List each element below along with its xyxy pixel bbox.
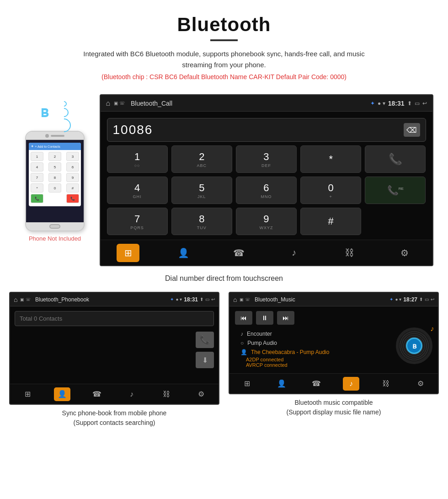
music-nav-music-button[interactable]: ♪ (343, 377, 359, 391)
track-item-3: 👤 The Cheebacabra - Pump Audio (240, 348, 391, 357)
track-item-1: ♪ Encounter (240, 329, 391, 338)
pb-bottom-nav: ⊞ 👤 ☎ ♪ ⛓ ⚙ (10, 384, 219, 404)
bt-center-icon: ʙ (406, 338, 422, 354)
dial-input-row: 10086 ⌫ (107, 118, 426, 142)
main-content: ʙ + Add to Contacts (0, 94, 448, 428)
music-bt-icon: ✦ (389, 297, 393, 302)
key-5-sub: JKL (197, 194, 206, 199)
pb-nav-link-button[interactable]: ⛓ (158, 387, 175, 401)
key-2-num: 2 (199, 151, 204, 163)
status-signal: ● ▾ (378, 100, 385, 107)
key-9[interactable]: 9 WXYZ (236, 208, 297, 235)
phone-key-1[interactable]: 1 (31, 152, 43, 161)
pb-status-title: Bluetooth_Phonebook (35, 296, 167, 303)
dial-number-display: 10086 (113, 123, 404, 137)
page-description: Integrated with BC6 Bluetooth module, su… (69, 48, 379, 70)
pb-call-button[interactable]: 📞 (196, 332, 214, 348)
pb-nav-settings-button[interactable]: ⚙ (193, 387, 209, 401)
phone-key-star[interactable]: * (31, 183, 43, 193)
music-nav-dialpad-button[interactable]: ⊞ (239, 377, 255, 391)
track-note-icon-1: ♪ (240, 331, 243, 337)
phonebook-caption: Sync phone-book from mobile phone (Suppo… (62, 408, 167, 428)
redial-button[interactable]: 📞RE (365, 177, 426, 204)
key-0[interactable]: 0 + (300, 177, 361, 204)
key-star[interactable]: * (300, 145, 361, 173)
pb-nav-contacts-button[interactable]: 👤 (54, 387, 70, 401)
phone-key-9[interactable]: 9 (66, 173, 79, 182)
key-hash[interactable]: # (300, 208, 361, 235)
nav-settings-button[interactable]: ⚙ (393, 244, 416, 262)
status-home-icon: ⌂ (106, 99, 111, 107)
pb-nav-dialpad-button[interactable]: ⊞ (19, 387, 36, 401)
phone-key-3[interactable]: 3 (66, 152, 79, 161)
phone-camera-icon (45, 134, 49, 138)
key-3[interactable]: 3 DEF (236, 145, 297, 173)
phone-key-5[interactable]: 5 (48, 162, 61, 172)
key-5[interactable]: 5 JKL (171, 177, 232, 204)
key-4[interactable]: 4 GHI (107, 177, 168, 204)
music-window-icon: ▭ (425, 297, 429, 302)
pb-bt-icon: ✦ (170, 297, 174, 302)
call-button[interactable]: 📞 (365, 145, 426, 173)
phone-key-0[interactable]: 0 (48, 183, 61, 193)
keypad-grid: 1 ○○ 2 ABC 3 DEF * 📞 (101, 145, 432, 240)
music-nav-settings-button[interactable]: ⚙ (412, 377, 429, 391)
status-window-icon: ▭ (415, 100, 420, 107)
phone-key-hash[interactable]: # (66, 183, 79, 193)
phone-key-6[interactable]: 6 (66, 162, 79, 172)
phone-device: + Add to Contacts 1 2 3 4 5 6 (25, 131, 85, 231)
track-name-1: Encounter (247, 331, 272, 337)
key-9-num: 9 (263, 213, 269, 225)
track-item-2: ○ Pump Audio (240, 338, 391, 348)
key-6[interactable]: 6 MNO (236, 177, 297, 204)
next-track-button[interactable]: ⏭ (277, 311, 294, 325)
phonebook-list (15, 332, 192, 381)
music-nav-call-button[interactable]: ☎ (308, 377, 325, 391)
status-app-icons: ▣ ☏ (114, 101, 125, 106)
phone-key-8[interactable]: 8 (48, 173, 61, 182)
key-2[interactable]: 2 ABC (171, 145, 232, 173)
phone-keypad: 1 2 3 4 5 6 7 8 (29, 150, 81, 206)
nav-contacts-button[interactable]: 👤 (172, 244, 195, 262)
key-1[interactable]: 1 ○○ (107, 145, 168, 173)
music-nav-link-button[interactable]: ⛓ (378, 377, 394, 391)
music-status-home-icon: ⌂ (233, 296, 237, 303)
music-screen: ⌂ ▣ ☏ Bluetooth_Music ✦ ● ▾ 18:27 ⬆ ▭ ↩ … (229, 292, 439, 394)
key-4-sub: GHI (133, 194, 142, 199)
nav-music-button[interactable]: ♪ (283, 244, 305, 262)
redial-icon: 📞RE (387, 185, 404, 196)
pb-download-button[interactable]: ⬇ (196, 352, 214, 368)
main-screen-caption: Dial number direct from touchscreen (165, 274, 283, 283)
nav-call-log-button[interactable]: ☎ (227, 244, 250, 262)
phone-end-button[interactable]: 📞 (66, 194, 79, 203)
key-1-num: 1 (134, 151, 140, 163)
pb-arrows-icon: ⬆ (200, 297, 203, 302)
phone-key-4[interactable]: 4 (31, 162, 43, 172)
nav-link-button[interactable]: ⛓ (338, 244, 361, 262)
music-nav-contacts-button[interactable]: 👤 (273, 377, 290, 391)
phonebook-search-label: Total 0 Contacts (20, 315, 62, 322)
phonebook-block: ⌂ ▣ ☏ Bluetooth_Phonebook ✦ ● ▾ 18:31 ⬆ … (9, 292, 219, 428)
phone-home-button[interactable] (49, 224, 60, 229)
phone-call-button[interactable]: 📞 (31, 194, 43, 203)
key-7[interactable]: 7 PQRS (107, 208, 168, 235)
play-pause-button[interactable]: ⏸ (256, 311, 273, 325)
key-8-sub: TUV (197, 225, 207, 230)
prev-track-button[interactable]: ⏮ (235, 311, 252, 325)
backspace-button[interactable]: ⌫ (404, 123, 420, 137)
phonebook-search-bar[interactable]: Total 0 Contacts (15, 311, 214, 326)
phone-key-7[interactable]: 7 (31, 173, 43, 182)
bottom-screenshots: ⌂ ▣ ☏ Bluetooth_Phonebook ✦ ● ▾ 18:31 ⬆ … (14, 292, 434, 428)
pb-nav-call-button[interactable]: ☎ (89, 387, 105, 401)
page-header: Bluetooth Integrated with BC6 Bluetooth … (0, 0, 448, 94)
title-divider (210, 39, 238, 41)
nav-dialpad-button[interactable]: ⊞ (117, 244, 139, 262)
phone-key-2[interactable]: 2 (48, 152, 61, 161)
track-name-3: The Cheebacabra - Pump Audio (251, 349, 329, 355)
pb-nav-music-button[interactable]: ♪ (123, 387, 140, 401)
key-4-num: 4 (134, 182, 140, 194)
add-contacts-label: + Add to Contacts (35, 145, 60, 148)
key-8[interactable]: 8 TUV (171, 208, 232, 235)
pb-status-app-icons: ▣ ☏ (20, 297, 31, 302)
music-arrows-icon: ⬆ (419, 297, 423, 302)
